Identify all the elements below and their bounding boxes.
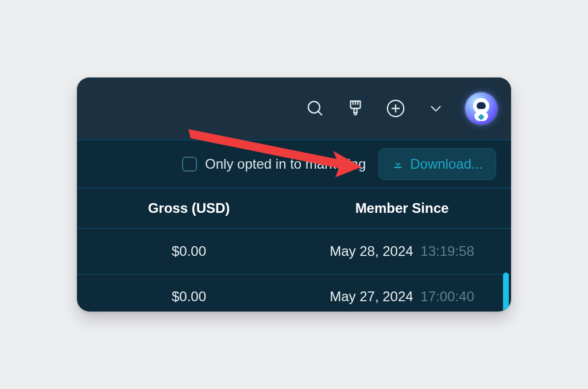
download-label: Download... [410, 156, 483, 172]
since-date: May 27, 2024 [330, 289, 413, 304]
since-time: 13:19:58 [420, 243, 474, 259]
checkbox-box [182, 157, 197, 172]
since-date: May 28, 2024 [330, 243, 413, 259]
top-toolbar [77, 77, 511, 139]
table-header-since: Member Since [301, 200, 511, 216]
table-row[interactable]: $0.00 May 28, 2024 13:19:58 [77, 229, 511, 274]
download-button[interactable]: Download... [378, 148, 496, 180]
svg-point-0 [308, 102, 320, 113]
since-time: 17:00:40 [420, 289, 474, 304]
add-icon[interactable] [385, 98, 407, 119]
marketing-optin-checkbox[interactable]: Only opted in to marketing [182, 156, 366, 172]
cell-gross: $0.00 [77, 289, 301, 305]
search-icon[interactable] [304, 98, 326, 119]
scrollbar-thumb[interactable] [503, 273, 509, 312]
cell-since: May 27, 2024 17:00:40 [301, 289, 511, 305]
svg-rect-2 [354, 108, 357, 112]
svg-line-1 [318, 111, 322, 115]
brush-icon[interactable] [345, 98, 366, 119]
cell-gross: $0.00 [77, 243, 301, 259]
chevron-down-icon[interactable] [425, 98, 447, 119]
checkbox-label: Only opted in to marketing [205, 156, 366, 172]
table-header-gross: Gross (USD) [77, 200, 301, 216]
download-icon [392, 158, 404, 170]
table-body: $0.00 May 28, 2024 13:19:58 $0.00 May 27… [77, 229, 511, 312]
admin-panel-card: Only opted in to marketing Download... G… [77, 77, 511, 312]
svg-rect-6 [394, 167, 402, 168]
cell-since: May 28, 2024 13:19:58 [301, 243, 511, 259]
table-row[interactable]: $0.00 May 27, 2024 17:00:40 [77, 274, 511, 312]
filter-bar: Only opted in to marketing Download... [77, 139, 511, 189]
avatar[interactable] [465, 92, 497, 125]
table-header-row: Gross (USD) Member Since [77, 189, 511, 229]
